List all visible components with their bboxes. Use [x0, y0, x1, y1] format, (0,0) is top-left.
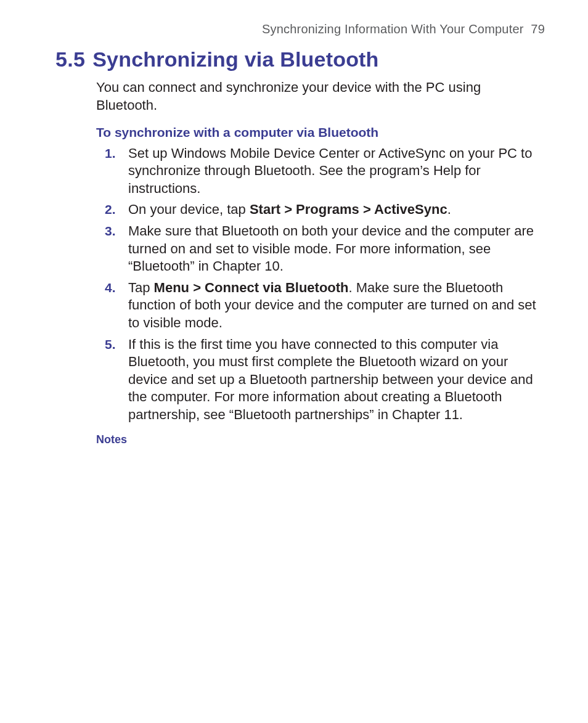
intro-paragraph: You can connect and synchronize your dev… — [96, 79, 545, 114]
running-header: Synchronizing Information With Your Comp… — [55, 21, 545, 37]
notes-label: Notes — [96, 433, 545, 447]
step-4-bold: Menu > Connect via Bluetooth — [154, 280, 349, 295]
step-1-text: Set up Windows Mobile Device Center or A… — [128, 145, 532, 196]
steps-list: Set up Windows Mobile Device Center or A… — [96, 145, 545, 424]
step-2-pre: On your device, tap — [128, 202, 250, 217]
step-4: Tap Menu > Connect via Bluetooth. Make s… — [96, 279, 545, 332]
step-4-pre: Tap — [128, 280, 154, 295]
step-1: Set up Windows Mobile Device Center or A… — [96, 145, 545, 198]
subheading: To synchronize with a computer via Bluet… — [96, 124, 545, 141]
step-3: Make sure that Bluetooth on both your de… — [96, 223, 545, 276]
step-5: If this is the first time you have conne… — [96, 336, 545, 424]
page-number: 79 — [531, 21, 545, 37]
section-number: 5.5 — [55, 46, 85, 73]
chapter-title: Synchronizing Information With Your Comp… — [262, 22, 524, 36]
section-heading: 5.5 Synchronizing via Bluetooth — [55, 46, 545, 73]
document-page: Synchronizing Information With Your Comp… — [0, 0, 588, 447]
section-title: Synchronizing via Bluetooth — [92, 46, 378, 73]
step-2-bold: Start > Programs > ActiveSync — [250, 202, 447, 217]
step-5-text: If this is the first time you have conne… — [128, 337, 533, 422]
step-2: On your device, tap Start > Programs > A… — [96, 201, 545, 219]
step-3-text: Make sure that Bluetooth on both your de… — [128, 223, 534, 274]
step-2-post: . — [447, 202, 451, 217]
